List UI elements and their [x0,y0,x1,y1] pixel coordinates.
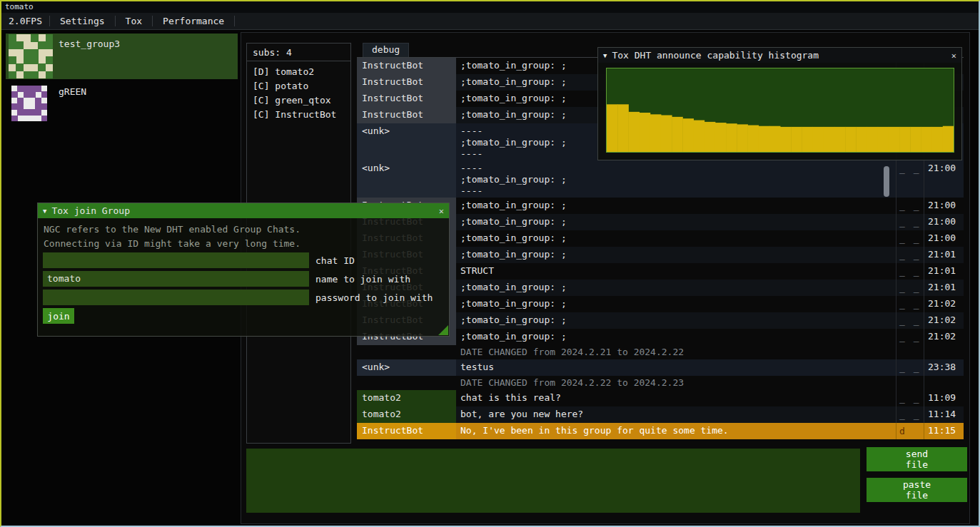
group-list-item[interactable]: test_group3 [6,34,238,79]
histogram-window-titlebar[interactable]: ▼ Tox DHT announce capability histogram … [598,48,961,63]
group-avatar [11,86,47,121]
message-timestamp: 21:01 [924,263,964,280]
message-text: DATE CHANGED from 2024.2.22 to 2024.2.23 [456,376,896,390]
message-text: ;tomato_in_group: ; [456,247,896,263]
message-sender: InstructBot [357,58,456,74]
message-sender [357,345,456,359]
join-window-titlebar[interactable]: ▼ Tox join Group ✕ [38,203,449,218]
message-status-flags: _ _ [896,230,924,247]
message-text: ;tomato_in_group: ; [456,214,896,230]
message-sender: InstructBot [357,107,456,123]
message-sender: InstructBot [357,423,456,439]
message-status-flags: _ _ [896,160,924,198]
message-timestamp: 21:00 [924,198,964,214]
join-name-label: name to join with [315,274,410,285]
chat-message-row[interactable]: tomato2 chat is this real? _ _ 11:09 [357,390,964,406]
join-description-line1: NGC refers to the New DHT enabled Group … [44,224,300,235]
message-text: ;tomato_in_group: ; [456,280,896,296]
chat-message-row[interactable]: DATE CHANGED from 2024.2.22 to 2024.2.23 [357,376,964,390]
chat-message-row[interactable]: <unk> ---- ;tomato_in_group: ; ---- _ _ … [357,160,964,198]
histogram-chart [607,68,954,152]
histogram-plot [606,68,954,153]
message-text: ;tomato_in_group: ; [456,296,896,312]
join-description-line2: Connecting via ID might take a very long… [44,238,300,249]
member-list: [D] tomato2[C] potato[C] green_qtox[C] I… [247,61,350,126]
message-timestamp: 21:01 [924,280,964,296]
group-avatar [9,34,53,78]
message-sender: <unk> [357,160,456,198]
message-timestamp: 21:02 [924,312,964,329]
message-text: ;tomato_in_group: ; [456,198,896,214]
join-name-input[interactable]: tomato [43,271,309,287]
join-field-row: tomato name to join with [43,271,410,287]
message-input[interactable] [246,449,860,513]
menu-performance[interactable]: Performance [153,13,234,29]
chat-scrollbar[interactable] [884,166,889,197]
message-timestamp: 11:15 [924,423,964,439]
message-text: No, I've been in this group for quite so… [456,423,896,439]
message-text: ---- ;tomato_in_group: ; ---- [456,160,896,198]
chat-message-row[interactable]: <unk> testus _ _ 23:38 [357,359,964,376]
join-field-row: chat ID [43,252,355,268]
message-status-flags: _ _ [896,359,924,376]
join-password-label: password to join with [315,292,433,303]
collapse-arrow-icon[interactable]: ▼ [43,208,46,215]
message-status-flags: _ _ [896,247,924,263]
message-timestamp [924,376,964,390]
menu-separator [234,16,235,26]
join-field-row: password to join with [43,290,433,305]
message-text: chat is this real? [456,390,896,406]
message-status-flags [896,345,924,359]
message-status-flags: _ _ [896,198,924,214]
message-text: DATE CHANGED from 2024.2.21 to 2024.2.22 [456,345,896,359]
member-list-item[interactable]: [C] green_qtox [247,93,350,108]
group-list-item[interactable]: gREEN [6,81,238,124]
collapse-arrow-icon[interactable]: ▼ [603,52,607,59]
message-text: ;tomato_in_group: ; [456,230,896,247]
window-titlebar[interactable]: tomato [1,1,979,13]
close-icon[interactable]: ✕ [439,206,444,216]
message-text: ;tomato_in_group: ; [456,329,896,345]
menu-settings[interactable]: Settings [50,13,115,29]
chat-message-row[interactable]: tomato2 bot, are you new here? _ _ 11:14 [357,406,964,423]
chat-message-row[interactable]: InstructBot No, I've been in this group … [357,423,964,439]
send-file-button[interactable]: send file [867,447,967,471]
tab-debug[interactable]: debug [363,43,409,57]
app-window: tomato 2.0FPS Settings Tox Performance t… [0,0,980,527]
histogram-window-title: Tox DHT announce capability histogram [612,50,819,61]
message-timestamp: 21:02 [924,296,964,312]
menu-tox[interactable]: Tox [116,13,152,29]
message-status-flags: _ _ [896,280,924,296]
members-header: subs: 4 [247,44,350,61]
message-text: testus [456,359,896,376]
resize-grip[interactable] [438,325,448,335]
histogram-window: ▼ Tox DHT announce capability histogram … [597,47,962,160]
message-timestamp: 23:38 [924,359,964,376]
member-list-item[interactable]: [C] potato [247,79,350,93]
message-sender: InstructBot [357,91,456,107]
join-password-input[interactable] [43,290,309,305]
paste-file-button[interactable]: paste file [867,478,967,502]
member-list-item[interactable]: [C] InstructBot [247,108,350,122]
message-sender: <unk> [357,123,456,160]
message-status-flags: _ _ [896,214,924,230]
group-name: test_group3 [59,39,120,49]
member-list-item[interactable]: [D] tomato2 [247,65,350,79]
chat-id-input[interactable] [43,252,309,268]
message-timestamp: 21:02 [924,329,964,345]
message-text: ;tomato_in_group: ; [456,312,896,329]
message-timestamp: 21:00 [924,160,964,198]
message-sender: <unk> [357,359,456,376]
message-sender [357,376,456,390]
message-status-flags: _ _ [896,390,924,406]
chat-message-row[interactable]: DATE CHANGED from 2024.2.21 to 2024.2.22 [357,345,964,359]
message-status-flags: _ _ [896,312,924,329]
menubar: 2.0FPS Settings Tox Performance [1,13,979,30]
message-status-flags: _ _ [896,263,924,280]
close-icon[interactable]: ✕ [951,51,956,61]
join-window-title: Tox join Group [51,205,130,216]
message-timestamp: 21:01 [924,247,964,263]
join-button[interactable]: join [43,308,74,324]
message-text: STRUCT [456,263,896,280]
message-status-flags: d [896,423,924,439]
